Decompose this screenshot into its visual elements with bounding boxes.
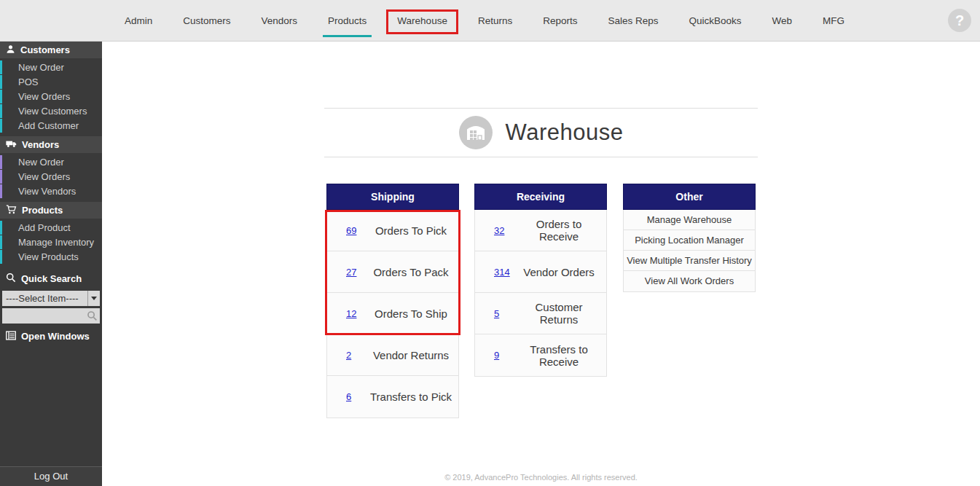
nav-tab-reports[interactable]: Reports — [528, 0, 592, 42]
receiving-header: Receiving — [474, 184, 607, 210]
nav-tab-sales-reps[interactable]: Sales Reps — [592, 0, 673, 42]
search-icon — [6, 273, 16, 285]
count-link[interactable]: 32 — [494, 225, 516, 236]
row-label: Orders To Pick — [368, 224, 458, 237]
row-label: Transfers to Receive — [516, 343, 606, 368]
sidebar: Customers New Order POS View Orders View… — [0, 42, 102, 486]
sidebar-item-manage-inventory[interactable]: Manage Inventory — [0, 235, 102, 249]
sidebar-section-quick-search: Quick Search — [0, 270, 102, 287]
nav-tab-quickbooks[interactable]: QuickBooks — [674, 0, 757, 42]
cart-icon — [6, 205, 17, 216]
sidebar-item-new-order[interactable]: New Order — [0, 60, 102, 74]
nav-tab-web[interactable]: Web — [757, 0, 808, 42]
row-orders-to-receive[interactable]: 32 Orders to Receive — [475, 210, 606, 251]
row-label: Transfers to Pick — [368, 391, 458, 403]
row-transfers-to-receive[interactable]: 9 Transfers to Receive — [475, 334, 606, 376]
section-title: Products — [22, 205, 63, 216]
logout-button[interactable]: Log Out — [0, 466, 102, 486]
count-link[interactable]: 27 — [346, 267, 368, 278]
nav-tab-returns[interactable]: Returns — [463, 0, 528, 42]
section-title: Vendors — [22, 139, 59, 150]
receiving-rows: 32 Orders to Receive 314 Vendor Orders 5… — [474, 210, 607, 377]
row-label: Vendor Orders — [516, 266, 606, 278]
sidebar-section-open-windows[interactable]: Open Windows — [0, 328, 102, 345]
sidebar-item-add-customer[interactable]: Add Customer — [0, 119, 102, 133]
shipping-rows: 69 Orders To Pick 27 Orders To Pack 12 O… — [326, 210, 459, 418]
count-link[interactable]: 69 — [346, 225, 368, 236]
count-link[interactable]: 2 — [346, 350, 368, 361]
page-title: Warehouse — [506, 119, 624, 146]
sidebar-item-view-customers[interactable]: View Customers — [0, 104, 102, 118]
selected-item-value: ----Select Item---- — [2, 293, 87, 304]
main-nav: Admin Customers Vendors Products Warehou… — [109, 0, 860, 42]
sidebar-item-view-orders[interactable]: View Orders — [0, 90, 102, 103]
sidebar-section-vendors: Vendors — [0, 136, 102, 153]
nav-tab-products[interactable]: Products — [313, 0, 382, 42]
page-title-band: Warehouse — [324, 108, 758, 157]
count-link[interactable]: 5 — [494, 308, 516, 319]
warehouse-icon — [459, 116, 493, 149]
sidebar-item-view-vendors[interactable]: View Vendors — [0, 184, 102, 198]
row-orders-to-pack[interactable]: 27 Orders To Pack — [327, 251, 458, 293]
nav-tab-customers[interactable]: Customers — [168, 0, 246, 42]
link-view-all-work-orders[interactable]: View All Work Orders — [624, 271, 755, 291]
row-label: Orders To Ship — [368, 307, 458, 320]
other-header: Other — [623, 184, 756, 210]
quick-search-box — [2, 308, 100, 324]
sidebar-item-vendor-view-orders[interactable]: View Orders — [0, 170, 102, 184]
count-link[interactable]: 9 — [494, 350, 516, 361]
item-select-dropdown[interactable]: ----Select Item---- — [2, 291, 100, 306]
nav-tab-admin[interactable]: Admin — [109, 0, 168, 42]
receiving-column: Receiving 32 Orders to Receive 314 Vendo… — [474, 184, 607, 377]
shipping-header: Shipping — [326, 184, 459, 210]
count-link[interactable]: 12 — [346, 308, 368, 319]
section-title: Open Windows — [21, 331, 90, 342]
row-vendor-returns[interactable]: 2 Vendor Returns — [327, 334, 458, 376]
shipping-column: Shipping 69 Orders To Pick 27 Orders To … — [326, 184, 459, 418]
link-view-multiple-transfer-history[interactable]: View Multiple Transfer History — [624, 251, 755, 271]
section-title: Customers — [20, 44, 70, 55]
vendors-menu: New Order View Orders View Vendors — [0, 153, 102, 202]
main-content: Warehouse Shipping 69 Orders To Pick 27 … — [102, 42, 980, 486]
sidebar-item-view-products[interactable]: View Products — [0, 250, 102, 264]
customers-menu: New Order POS View Orders View Customers… — [0, 58, 102, 136]
sidebar-item-pos[interactable]: POS — [0, 75, 102, 89]
row-label: Customer Returns — [516, 301, 606, 326]
link-manage-warehouse[interactable]: Manage Warehouse — [624, 210, 755, 230]
truck-icon — [6, 139, 17, 150]
help-icon[interactable]: ? — [948, 9, 971, 32]
row-orders-to-ship[interactable]: 12 Orders To Ship — [327, 293, 458, 334]
row-vendor-orders[interactable]: 314 Vendor Orders — [475, 251, 606, 293]
link-picking-location-manager[interactable]: Picking Location Manager — [624, 230, 755, 251]
row-orders-to-pick[interactable]: 69 Orders To Pick — [327, 210, 458, 251]
chevron-down-icon — [87, 291, 100, 306]
nav-tab-warehouse[interactable]: Warehouse — [382, 0, 463, 42]
search-input[interactable] — [2, 308, 100, 324]
person-icon — [6, 44, 15, 56]
sidebar-item-add-product[interactable]: Add Product — [0, 221, 102, 235]
sidebar-section-products: Products — [0, 202, 102, 219]
copyright-footer: © 2019, AdvancePro Technologies. All rig… — [102, 473, 980, 482]
row-transfers-to-pick[interactable]: 6 Transfers to Pick — [327, 376, 458, 418]
sidebar-item-vendor-new-order[interactable]: New Order — [0, 155, 102, 169]
section-title: Quick Search — [21, 273, 82, 284]
other-column: Other Manage Warehouse Picking Location … — [623, 184, 756, 292]
products-menu: Add Product Manage Inventory View Produc… — [0, 219, 102, 267]
sidebar-section-customers: Customers — [0, 42, 102, 58]
count-link[interactable]: 314 — [494, 267, 516, 278]
row-customer-returns[interactable]: 5 Customer Returns — [475, 293, 606, 334]
count-link[interactable]: 6 — [346, 391, 368, 402]
row-label: Vendor Returns — [368, 349, 458, 361]
other-rows: Manage Warehouse Picking Location Manage… — [623, 210, 756, 292]
open-windows-icon — [6, 331, 16, 342]
row-label: Orders to Receive — [516, 218, 606, 243]
nav-tab-vendors[interactable]: Vendors — [246, 0, 313, 42]
row-label: Orders To Pack — [368, 266, 458, 278]
nav-tab-mfg[interactable]: MFG — [807, 0, 860, 42]
top-header: Admin Customers Vendors Products Warehou… — [0, 0, 980, 42]
